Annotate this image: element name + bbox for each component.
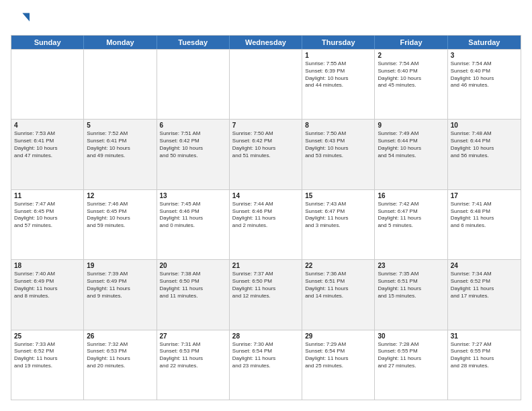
day-number: 13: [160, 192, 226, 199]
day-cell-10: 10Sunrise: 7:48 AM Sunset: 6:44 PM Dayli…: [448, 120, 521, 189]
day-cell-15: 15Sunrise: 7:43 AM Sunset: 6:47 PM Dayli…: [302, 190, 375, 259]
day-number: 24: [451, 262, 518, 269]
day-info: Sunrise: 7:39 AM Sunset: 6:49 PM Dayligh…: [87, 271, 153, 300]
day-info: Sunrise: 7:33 AM Sunset: 6:52 PM Dayligh…: [14, 341, 81, 370]
day-cell-8: 8Sunrise: 7:50 AM Sunset: 6:43 PM Daylig…: [302, 120, 375, 189]
day-cell-2: 2Sunrise: 7:54 AM Sunset: 6:40 PM Daylig…: [375, 50, 447, 119]
day-info: Sunrise: 7:47 AM Sunset: 6:45 PM Dayligh…: [14, 201, 81, 230]
calendar-row-1: 4Sunrise: 7:53 AM Sunset: 6:41 PM Daylig…: [11, 119, 521, 189]
day-number: 26: [87, 332, 153, 340]
day-number: 4: [14, 122, 81, 129]
day-info: Sunrise: 7:45 AM Sunset: 6:46 PM Dayligh…: [160, 201, 226, 230]
header-day-thursday: Thursday: [302, 36, 375, 49]
day-info: Sunrise: 7:36 AM Sunset: 6:51 PM Dayligh…: [305, 271, 371, 300]
calendar-header-row: SundayMondayTuesdayWednesdayThursdayFrid…: [11, 36, 521, 49]
day-cell-17: 17Sunrise: 7:41 AM Sunset: 6:48 PM Dayli…: [448, 190, 521, 259]
logo: [11, 11, 32, 30]
header-day-monday: Monday: [84, 36, 157, 49]
day-info: Sunrise: 7:38 AM Sunset: 6:50 PM Dayligh…: [160, 271, 226, 300]
day-number: 23: [378, 262, 444, 269]
day-number: 2: [378, 52, 444, 59]
header-day-friday: Friday: [375, 36, 447, 49]
day-cell-4: 4Sunrise: 7:53 AM Sunset: 6:41 PM Daylig…: [11, 120, 84, 189]
day-number: 17: [451, 192, 518, 199]
day-info: Sunrise: 7:28 AM Sunset: 6:55 PM Dayligh…: [378, 341, 444, 370]
day-cell-26: 26Sunrise: 7:32 AM Sunset: 6:53 PM Dayli…: [84, 330, 157, 400]
day-cell-29: 29Sunrise: 7:29 AM Sunset: 6:54 PM Dayli…: [302, 330, 375, 400]
day-cell-18: 18Sunrise: 7:40 AM Sunset: 6:49 PM Dayli…: [11, 260, 84, 329]
day-number: 9: [378, 122, 444, 129]
day-info: Sunrise: 7:43 AM Sunset: 6:47 PM Dayligh…: [305, 201, 371, 230]
day-cell-9: 9Sunrise: 7:49 AM Sunset: 6:44 PM Daylig…: [375, 120, 447, 189]
day-cell-13: 13Sunrise: 7:45 AM Sunset: 6:46 PM Dayli…: [157, 190, 230, 259]
day-number: 1: [305, 52, 371, 59]
day-info: Sunrise: 7:29 AM Sunset: 6:54 PM Dayligh…: [305, 341, 371, 370]
day-cell-14: 14Sunrise: 7:44 AM Sunset: 6:46 PM Dayli…: [230, 190, 302, 259]
day-info: Sunrise: 7:30 AM Sunset: 6:54 PM Dayligh…: [232, 341, 299, 370]
day-number: 14: [232, 192, 299, 199]
day-cell-28: 28Sunrise: 7:30 AM Sunset: 6:54 PM Dayli…: [230, 330, 302, 400]
header-day-wednesday: Wednesday: [230, 36, 302, 49]
day-number: 3: [451, 52, 518, 59]
day-number: 12: [87, 192, 153, 199]
day-info: Sunrise: 7:42 AM Sunset: 6:47 PM Dayligh…: [378, 201, 444, 230]
day-info: Sunrise: 7:44 AM Sunset: 6:46 PM Dayligh…: [232, 201, 299, 230]
page: SundayMondayTuesdayWednesdayThursdayFrid…: [0, 0, 532, 411]
day-cell-5: 5Sunrise: 7:52 AM Sunset: 6:41 PM Daylig…: [84, 120, 157, 189]
day-cell-19: 19Sunrise: 7:39 AM Sunset: 6:49 PM Dayli…: [84, 260, 157, 329]
calendar-body: 1Sunrise: 7:55 AM Sunset: 6:39 PM Daylig…: [11, 49, 521, 400]
day-cell-6: 6Sunrise: 7:51 AM Sunset: 6:42 PM Daylig…: [157, 120, 230, 189]
day-number: 11: [14, 192, 81, 199]
day-info: Sunrise: 7:35 AM Sunset: 6:51 PM Dayligh…: [378, 271, 444, 300]
day-number: 19: [87, 262, 153, 269]
header: [11, 11, 521, 30]
header-day-saturday: Saturday: [448, 36, 521, 49]
day-cell-1: 1Sunrise: 7:55 AM Sunset: 6:39 PM Daylig…: [302, 50, 375, 119]
day-number: 25: [14, 332, 81, 340]
day-number: 16: [378, 192, 444, 199]
day-info: Sunrise: 7:50 AM Sunset: 6:42 PM Dayligh…: [232, 130, 299, 159]
day-cell-23: 23Sunrise: 7:35 AM Sunset: 6:51 PM Dayli…: [375, 260, 447, 329]
day-info: Sunrise: 7:52 AM Sunset: 6:41 PM Dayligh…: [87, 130, 153, 159]
logo-icon: [11, 11, 30, 30]
day-number: 27: [160, 332, 226, 340]
day-number: 22: [305, 262, 371, 269]
day-info: Sunrise: 7:37 AM Sunset: 6:50 PM Dayligh…: [232, 271, 299, 300]
day-info: Sunrise: 7:41 AM Sunset: 6:48 PM Dayligh…: [451, 201, 518, 230]
day-number: 15: [305, 192, 371, 199]
day-number: 20: [160, 262, 226, 269]
empty-cell: [157, 50, 230, 119]
day-info: Sunrise: 7:53 AM Sunset: 6:41 PM Dayligh…: [14, 130, 81, 159]
day-number: 31: [451, 332, 518, 340]
day-number: 6: [160, 122, 226, 129]
calendar-row-2: 11Sunrise: 7:47 AM Sunset: 6:45 PM Dayli…: [11, 189, 521, 259]
day-cell-7: 7Sunrise: 7:50 AM Sunset: 6:42 PM Daylig…: [230, 120, 302, 189]
day-cell-31: 31Sunrise: 7:27 AM Sunset: 6:55 PM Dayli…: [448, 330, 521, 400]
empty-cell: [230, 50, 302, 119]
calendar-row-0: 1Sunrise: 7:55 AM Sunset: 6:39 PM Daylig…: [11, 49, 521, 119]
day-cell-3: 3Sunrise: 7:54 AM Sunset: 6:40 PM Daylig…: [448, 50, 521, 119]
empty-cell: [84, 50, 157, 119]
empty-cell: [11, 50, 84, 119]
day-info: Sunrise: 7:55 AM Sunset: 6:39 PM Dayligh…: [305, 60, 371, 89]
day-cell-16: 16Sunrise: 7:42 AM Sunset: 6:47 PM Dayli…: [375, 190, 447, 259]
day-number: 28: [232, 332, 299, 340]
day-cell-22: 22Sunrise: 7:36 AM Sunset: 6:51 PM Dayli…: [302, 260, 375, 329]
day-cell-25: 25Sunrise: 7:33 AM Sunset: 6:52 PM Dayli…: [11, 330, 84, 400]
day-number: 30: [378, 332, 444, 340]
day-info: Sunrise: 7:49 AM Sunset: 6:44 PM Dayligh…: [378, 130, 444, 159]
day-number: 18: [14, 262, 81, 269]
day-info: Sunrise: 7:54 AM Sunset: 6:40 PM Dayligh…: [451, 60, 518, 89]
day-info: Sunrise: 7:32 AM Sunset: 6:53 PM Dayligh…: [87, 341, 153, 370]
day-info: Sunrise: 7:46 AM Sunset: 6:45 PM Dayligh…: [87, 201, 153, 230]
day-info: Sunrise: 7:27 AM Sunset: 6:55 PM Dayligh…: [451, 341, 518, 370]
day-info: Sunrise: 7:40 AM Sunset: 6:49 PM Dayligh…: [14, 271, 81, 300]
day-info: Sunrise: 7:48 AM Sunset: 6:44 PM Dayligh…: [451, 130, 518, 159]
day-cell-20: 20Sunrise: 7:38 AM Sunset: 6:50 PM Dayli…: [157, 260, 230, 329]
calendar: SundayMondayTuesdayWednesdayThursdayFrid…: [11, 35, 521, 400]
day-number: 10: [451, 122, 518, 129]
day-info: Sunrise: 7:51 AM Sunset: 6:42 PM Dayligh…: [160, 130, 226, 159]
day-number: 8: [305, 122, 371, 129]
day-cell-24: 24Sunrise: 7:34 AM Sunset: 6:52 PM Dayli…: [448, 260, 521, 329]
day-cell-30: 30Sunrise: 7:28 AM Sunset: 6:55 PM Dayli…: [375, 330, 447, 400]
